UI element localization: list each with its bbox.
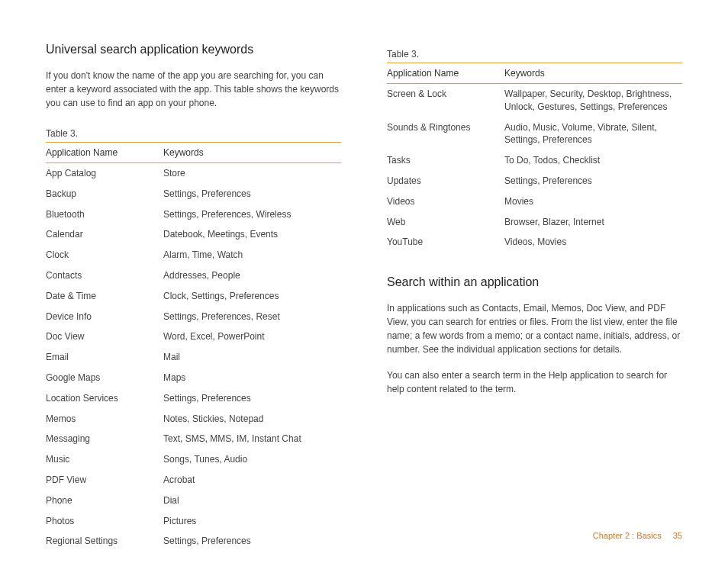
cell-app-name: Contacts — [46, 265, 163, 286]
cell-app-name: Date & Time — [46, 286, 163, 307]
cell-app-name: App Catalog — [46, 163, 163, 184]
table-row: ClockAlarm, Time, Watch — [46, 245, 341, 265]
table-row: VideosMovies — [387, 191, 682, 212]
table-row: Date & TimeClock, Settings, Preferences — [46, 286, 341, 307]
cell-app-name: Screen & Lock — [387, 84, 504, 117]
table-row: BackupSettings, Preferences — [46, 184, 341, 204]
cell-keywords: Alarm, Time, Watch — [163, 245, 341, 265]
table-row: Sounds & RingtonesAudio, Music, Volume, … — [387, 117, 682, 151]
table-row: WebBrowser, Blazer, Internet — [387, 212, 682, 233]
cell-app-name: Phone — [46, 491, 163, 511]
cell-keywords: Mail — [163, 347, 341, 368]
cell-keywords: Videos, Movies — [504, 232, 682, 253]
cell-app-name: Memos — [46, 409, 163, 429]
footer-chapter: Chapter 2 : Basics — [593, 531, 662, 540]
cell-app-name: Google Maps — [46, 368, 163, 388]
th-app-name-left: Application Name — [46, 143, 163, 163]
right-column: Table 3. Application Name Keywords Scree… — [387, 43, 682, 552]
cell-keywords: Clock, Settings, Preferences — [163, 286, 341, 307]
cell-app-name: Device Info — [46, 307, 163, 327]
table-row: Regional SettingsSettings, Preferences — [46, 531, 341, 552]
cell-keywords: Maps — [163, 368, 341, 388]
cell-keywords: Settings, Preferences — [163, 184, 341, 204]
cell-keywords: To Do, Todos, Checklist — [504, 150, 682, 171]
table-row: MusicSongs, Tunes, Audio — [46, 449, 341, 470]
cell-keywords: Audio, Music, Volume, Vibrate, Silent, S… — [504, 117, 682, 151]
keywords-table-right: Application Name Keywords Screen & LockW… — [387, 63, 682, 253]
table-row: MessagingText, SMS, MMS, IM, Instant Cha… — [46, 429, 341, 449]
cell-keywords: Addresses, People — [163, 265, 341, 286]
cell-keywords: Songs, Tunes, Audio — [163, 449, 341, 470]
table-row: PDF ViewAcrobat — [46, 470, 341, 491]
cell-keywords: Settings, Preferences — [163, 388, 341, 409]
cell-keywords: Settings, Preferences, Reset — [163, 307, 341, 327]
cell-keywords: Text, SMS, MMS, IM, Instant Chat — [163, 429, 341, 449]
cell-app-name: Doc View — [46, 327, 163, 347]
cell-keywords: Datebook, Meetings, Events — [163, 224, 341, 245]
th-keywords-right: Keywords — [504, 63, 682, 84]
table-row: UpdatesSettings, Preferences — [387, 171, 682, 191]
table-row: Doc ViewWord, Excel, PowerPoint — [46, 327, 341, 347]
cell-keywords: Store — [163, 163, 341, 184]
left-column: Universal search application keywords If… — [46, 43, 341, 552]
cell-app-name: Music — [46, 449, 163, 470]
cell-app-name: Messaging — [46, 429, 163, 449]
table-row: App CatalogStore — [46, 163, 341, 184]
cell-app-name: Videos — [387, 191, 504, 212]
cell-keywords: Settings, Preferences — [163, 531, 341, 552]
cell-app-name: Backup — [46, 184, 163, 204]
table-row: YouTubeVideos, Movies — [387, 232, 682, 253]
search-within-para2: You can also enter a search term in the … — [387, 368, 682, 396]
heading-universal-search: Universal search application keywords — [46, 43, 341, 56]
table-row: PhoneDial — [46, 491, 341, 511]
cell-app-name: YouTube — [387, 232, 504, 253]
cell-app-name: Location Services — [46, 388, 163, 409]
cell-keywords: Acrobat — [163, 470, 341, 491]
footer-page-number: 35 — [673, 531, 682, 540]
table-row: ContactsAddresses, People — [46, 265, 341, 286]
cell-app-name: Web — [387, 212, 504, 233]
th-keywords-left: Keywords — [163, 143, 341, 163]
heading-search-within-app: Search within an application — [387, 275, 682, 289]
cell-app-name: Calendar — [46, 224, 163, 245]
table-row: TasksTo Do, Todos, Checklist — [387, 150, 682, 171]
keywords-table-left: Application Name Keywords App CatalogSto… — [46, 142, 341, 552]
table-row: Screen & LockWallpaper, Security, Deskto… — [387, 84, 682, 117]
table-row: Location ServicesSettings, Preferences — [46, 388, 341, 409]
cell-app-name: Email — [46, 347, 163, 368]
cell-keywords: Dial — [163, 491, 341, 511]
cell-keywords: Notes, Stickies, Notepad — [163, 409, 341, 429]
cell-app-name: Clock — [46, 245, 163, 265]
table-row: BluetoothSettings, Preferences, Wireless — [46, 204, 341, 225]
page-footer: Chapter 2 : Basics 35 — [593, 531, 682, 540]
th-app-name-right: Application Name — [387, 63, 504, 84]
cell-app-name: PDF View — [46, 470, 163, 491]
cell-app-name: Sounds & Ringtones — [387, 117, 504, 151]
cell-keywords: Word, Excel, PowerPoint — [163, 327, 341, 347]
cell-keywords: Wallpaper, Security, Desktop, Brightness… — [504, 84, 682, 117]
cell-keywords: Settings, Preferences — [504, 171, 682, 191]
cell-app-name: Tasks — [387, 150, 504, 171]
search-within-para1: In applications such as Contacts, Email,… — [387, 301, 682, 356]
table-row: EmailMail — [46, 347, 341, 368]
cell-keywords: Movies — [504, 191, 682, 212]
table-caption-left: Table 3. — [46, 122, 341, 139]
table-row: MemosNotes, Stickies, Notepad — [46, 409, 341, 429]
cell-app-name: Bluetooth — [46, 204, 163, 225]
cell-keywords: Browser, Blazer, Internet — [504, 212, 682, 233]
intro-paragraph: If you don't know the name of the app yo… — [46, 69, 341, 110]
table-row: CalendarDatebook, Meetings, Events — [46, 224, 341, 245]
table-row: PhotosPictures — [46, 511, 341, 532]
table-row: Google MapsMaps — [46, 368, 341, 388]
table-caption-right: Table 3. — [387, 43, 682, 60]
table-row: Device InfoSettings, Preferences, Reset — [46, 307, 341, 327]
cell-keywords: Pictures — [163, 511, 341, 532]
cell-app-name: Photos — [46, 511, 163, 532]
cell-app-name: Updates — [387, 171, 504, 191]
cell-keywords: Settings, Preferences, Wireless — [163, 204, 341, 225]
cell-app-name: Regional Settings — [46, 531, 163, 552]
